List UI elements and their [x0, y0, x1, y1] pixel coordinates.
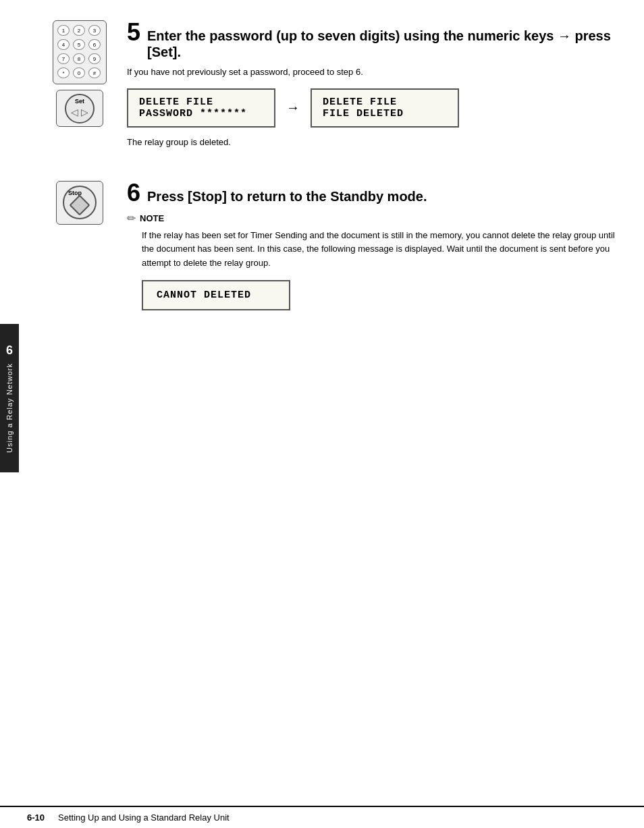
- key-2: 2: [73, 25, 85, 36]
- chapter-title: Using a Relay Network: [5, 363, 14, 453]
- side-tab: 6 Using a Relay Network: [0, 324, 19, 472]
- key-5: 5: [73, 39, 85, 50]
- step-5-number: 5: [127, 20, 140, 45]
- key-7: 7: [57, 53, 70, 64]
- key-9: 9: [88, 53, 101, 64]
- step-6-heading: 6 Press [Stop] to return to the Standby …: [127, 181, 617, 205]
- step-6-icons: Stop: [46, 181, 113, 225]
- relay-deleted-text: The relay group is deleted.: [127, 137, 617, 147]
- stop-button-icon: Stop: [56, 181, 103, 225]
- key-8: 8: [73, 53, 85, 64]
- note-pencil-icon: ✏: [127, 212, 136, 225]
- footer-title: Setting Up and Using a Standard Relay Un…: [58, 812, 230, 823]
- step-6-section: Stop 6 Press [Stop] to return to the Sta…: [46, 181, 617, 310]
- step-6-number: 6: [127, 181, 140, 205]
- note-body: If the relay has been set for Timer Send…: [127, 229, 617, 271]
- lcd-display-2: DELETE FILE FILE DELETED: [311, 88, 459, 128]
- step-6-title: Press [Stop] to return to the Standby mo…: [147, 188, 427, 204]
- step-5-heading: 5 Enter the password (up to seven digits…: [127, 20, 617, 60]
- key-star: *: [57, 67, 70, 78]
- note-label: NOTE: [140, 213, 164, 223]
- lcd1-line1: DELETE FILE: [139, 96, 263, 108]
- key-0: 0: [73, 67, 85, 78]
- step-5-title: Enter the password (up to seven digits) …: [147, 28, 617, 60]
- cannot-deleted-display: CANNOT DELETED: [142, 280, 290, 310]
- chapter-number: 6: [6, 343, 13, 358]
- key-4: 4: [57, 39, 70, 50]
- lcd-row-step5: DELETE FILE PASSWORD ******* → DELETE FI…: [127, 88, 617, 128]
- main-content: 1 2 3 4 5 6 7 8 9 * 0 # Set ◁ ▷: [19, 0, 644, 351]
- step-5-section: 1 2 3 4 5 6 7 8 9 * 0 # Set ◁ ▷: [46, 20, 617, 161]
- lcd1-line2: PASSWORD *******: [139, 108, 263, 119]
- step-5-subtext: If you have not previously set a passwor…: [127, 65, 617, 79]
- key-6: 6: [88, 39, 101, 50]
- footer: 6-10 Setting Up and Using a Standard Rel…: [0, 806, 644, 828]
- set-button-icon: Set ◁ ▷: [56, 90, 103, 127]
- key-1: 1: [57, 25, 70, 36]
- set-arrows: ◁ ▷: [71, 107, 88, 117]
- step-5-icons: 1 2 3 4 5 6 7 8 9 * 0 # Set ◁ ▷: [46, 20, 113, 127]
- footer-page-number: 6-10: [27, 812, 45, 823]
- stop-circle: Stop: [63, 186, 97, 219]
- lcd-display-1: DELETE FILE PASSWORD *******: [127, 88, 275, 128]
- key-hash: #: [88, 67, 101, 78]
- stop-diamond-shape: [69, 194, 90, 215]
- step-5-content: 5 Enter the password (up to seven digits…: [113, 20, 617, 161]
- note-header: ✏ NOTE: [127, 212, 617, 225]
- key-3: 3: [88, 25, 101, 36]
- set-label: Set: [75, 98, 84, 105]
- note-section: ✏ NOTE If the relay has been set for Tim…: [127, 212, 617, 310]
- arrow-icon: →: [286, 100, 300, 115]
- lcd2-line1: DELETE FILE: [323, 96, 447, 108]
- lcd2-line2: FILE DELETED: [323, 108, 447, 119]
- step-6-content: 6 Press [Stop] to return to the Standby …: [113, 181, 617, 310]
- numeric-keypad-icon: 1 2 3 4 5 6 7 8 9 * 0 #: [53, 20, 107, 84]
- set-circle: Set ◁ ▷: [65, 94, 95, 123]
